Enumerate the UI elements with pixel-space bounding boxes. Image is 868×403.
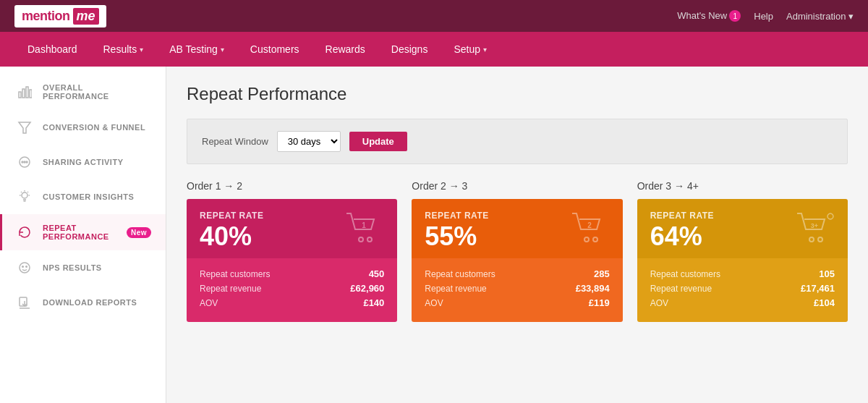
order-2-title: Order 2 → 3 [412, 180, 622, 192]
main-content: Repeat Performance Repeat Window 30 days… [166, 67, 868, 403]
sidebar-label-overall-performance: OVERALL PERFORMANCE [43, 83, 151, 101]
help-link[interactable]: Help [754, 11, 773, 22]
sidebar-label-repeat-performance: REPEAT PERFORMANCE [43, 224, 112, 241]
bar-chart-icon [17, 84, 33, 100]
order-card-1: REPEAT RATE 40% 1 Repeat cust [187, 199, 397, 322]
nav-item-designs[interactable]: Designs [378, 32, 441, 67]
logo-mention: mention [22, 9, 70, 24]
svg-point-24 [584, 237, 589, 242]
svg-line-13 [21, 192, 22, 192]
logo-me: me [73, 8, 99, 25]
repeat-window-select[interactable]: 30 days 60 days 90 days [277, 131, 341, 152]
new-badge: New [127, 227, 151, 238]
card-3-rate-value: 64% [650, 224, 714, 250]
sidebar-label-customer-insights: CUSTOMER INSIGHTS [43, 192, 134, 201]
svg-point-15 [20, 263, 30, 273]
card-3-rate-label: REPEAT RATE [650, 211, 714, 221]
sidebar-item-sharing-activity[interactable]: SHARING ACTIVITY [0, 145, 166, 179]
sidebar-item-nps-results[interactable]: NPS RESULTS [0, 250, 166, 285]
nav-bar: Dashboard Results ▾ AB Testing ▾ Custome… [0, 32, 868, 67]
sidebar-label-nps-results: NPS RESULTS [43, 263, 102, 272]
svg-point-17 [26, 266, 27, 268]
whats-new-link[interactable]: What's New1 [677, 10, 741, 22]
card-2-stat-aov: AOV £119 [425, 297, 609, 308]
filter-label: Repeat Window [202, 136, 268, 147]
svg-point-25 [593, 237, 597, 242]
nav-item-dashboard[interactable]: Dashboard [14, 32, 90, 67]
svg-text:2: 2 [587, 221, 592, 229]
setup-chevron-icon: ▾ [483, 46, 487, 54]
funnel-icon [17, 119, 33, 135]
svg-point-28 [818, 237, 822, 242]
svg-rect-3 [30, 90, 32, 98]
card-2-header: REPEAT RATE 55% 2 [412, 199, 622, 258]
administration-dropdown[interactable]: Administration ▾ [786, 11, 854, 22]
card-1-stat-customers: Repeat customers 450 [200, 268, 384, 279]
card-2-header-left: REPEAT RATE 55% [425, 211, 488, 250]
refresh-icon [17, 224, 33, 240]
cart-3-icon: 3+ [794, 211, 835, 248]
svg-point-6 [22, 161, 23, 163]
filter-bar: Repeat Window 30 days 60 days 90 days Up… [187, 119, 848, 164]
logo-area: mention me [14, 5, 106, 27]
svg-rect-1 [22, 89, 25, 98]
sidebar-label-download-reports: DOWNLOAD REPORTS [43, 298, 137, 307]
sidebar-item-conversion-funnel[interactable]: CONVERSION & FUNNEL [0, 110, 166, 145]
admin-chevron-icon: ▾ [848, 11, 854, 22]
cart-2-icon: 2 [569, 211, 610, 248]
cart-1-icon: 1 [344, 211, 384, 248]
svg-point-16 [22, 266, 24, 268]
download-icon [17, 294, 33, 310]
card-1-stat-revenue: Repeat revenue £62,960 [200, 283, 384, 294]
sidebar-item-overall-performance[interactable]: OVERALL PERFORMANCE [0, 74, 166, 110]
card-3-body: Repeat customers 105 Repeat revenue £17,… [637, 258, 848, 322]
card-1-header: REPEAT RATE 40% 1 [187, 199, 397, 258]
svg-text:1: 1 [362, 221, 367, 229]
order-1-title: Order 1 → 2 [187, 180, 397, 192]
sidebar-item-customer-insights[interactable]: CUSTOMER INSIGHTS [0, 179, 166, 214]
card-3-stat-revenue: Repeat revenue £17,461 [650, 283, 835, 294]
nav-item-results[interactable]: Results ▾ [90, 32, 157, 67]
emoji-icon [17, 260, 33, 276]
update-button[interactable]: Update [349, 132, 407, 151]
card-2-rate-label: REPEAT RATE [425, 211, 488, 221]
sidebar: OVERALL PERFORMANCE CONVERSION & FUNNEL … [0, 67, 166, 403]
svg-rect-2 [26, 87, 28, 98]
order-3-title: Order 3 → 4+ [637, 180, 848, 192]
card-2-stat-revenue: Repeat revenue £33,894 [425, 283, 609, 294]
nav-item-setup[interactable]: Setup ▾ [441, 32, 500, 67]
layout: OVERALL PERFORMANCE CONVERSION & FUNNEL … [0, 67, 868, 403]
card-3-stat-customers: Repeat customers 105 [650, 268, 835, 279]
card-1-body: Repeat customers 450 Repeat revenue £62,… [187, 258, 397, 322]
svg-point-22 [367, 237, 372, 242]
card-3-header: REPEAT RATE 64% 3+ [637, 199, 848, 258]
top-bar: mention me What's New1 Help Administrati… [0, 0, 868, 32]
cards-row: REPEAT RATE 40% 1 Repeat cust [187, 199, 848, 322]
svg-point-27 [809, 237, 814, 242]
card-1-stat-aov: AOV £140 [200, 297, 384, 308]
svg-line-14 [27, 192, 28, 192]
nav-item-abtesting[interactable]: AB Testing ▾ [156, 32, 237, 67]
order-card-3: REPEAT RATE 64% 3+ [637, 199, 848, 322]
svg-text:3+: 3+ [811, 222, 818, 229]
card-1-rate-value: 40% [200, 224, 263, 250]
nav-item-customers[interactable]: Customers [237, 32, 312, 67]
sidebar-item-repeat-performance[interactable]: REPEAT PERFORMANCE New [0, 214, 166, 250]
card-3-header-left: REPEAT RATE 64% [650, 211, 714, 250]
order-titles-row: Order 1 → 2 Order 2 → 3 Order 3 → 4+ [187, 180, 848, 192]
logo: mention me [14, 5, 106, 27]
card-2-rate-value: 55% [425, 224, 488, 250]
card-2-body: Repeat customers 285 Repeat revenue £33,… [412, 258, 622, 322]
abtesting-chevron-icon: ▾ [221, 46, 224, 54]
whats-new-badge: 1 [729, 10, 741, 22]
sidebar-label-sharing-activity: SHARING ACTIVITY [43, 158, 124, 166]
svg-rect-0 [19, 92, 21, 98]
sidebar-label-conversion-funnel: CONVERSION & FUNNEL [43, 123, 145, 132]
top-right-nav: What's New1 Help Administration ▾ [677, 10, 854, 22]
chat-icon [17, 154, 33, 170]
sidebar-item-download-reports[interactable]: DOWNLOAD REPORTS [0, 285, 166, 320]
nav-item-rewards[interactable]: Rewards [312, 32, 378, 67]
card-3-stat-aov: AOV £104 [650, 297, 835, 308]
svg-point-9 [22, 192, 27, 198]
card-1-header-left: REPEAT RATE 40% [200, 211, 263, 250]
